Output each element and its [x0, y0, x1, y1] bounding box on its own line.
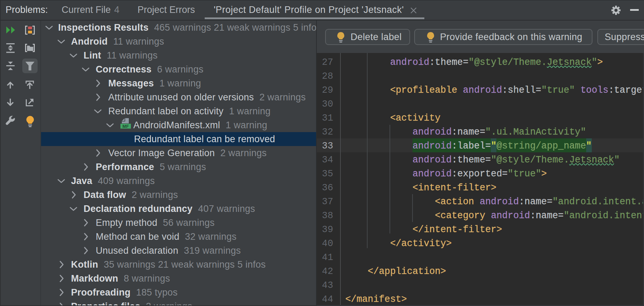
svg-text:MF: MF	[123, 124, 129, 129]
